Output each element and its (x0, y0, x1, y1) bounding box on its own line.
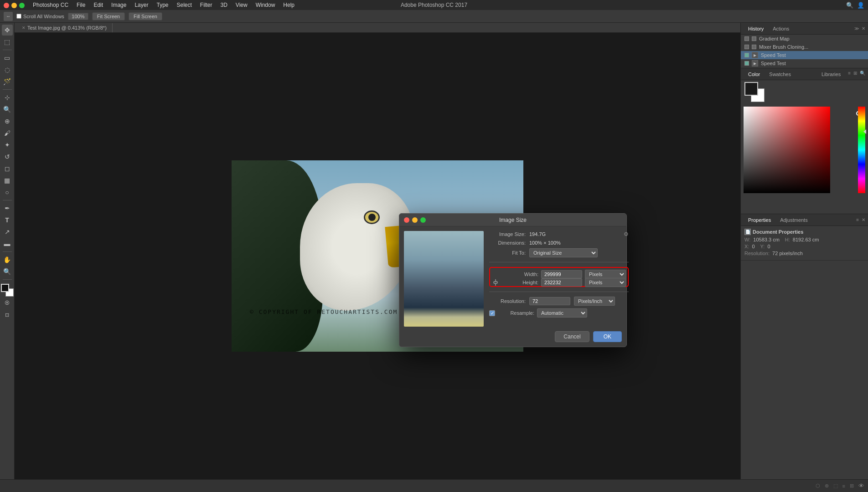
shape-tool[interactable]: ▬ (2, 238, 13, 249)
dialog-buttons: Cancel OK (399, 331, 626, 347)
width-dialog-input[interactable] (541, 270, 582, 278)
lasso-tool[interactable]: ◌ (2, 64, 13, 75)
document-tab[interactable]: ✕ Test Image.jpg @ 0.413% (RGB/8*) (16, 23, 113, 32)
dodge-tool[interactable]: ○ (2, 187, 13, 198)
user-icon[interactable]: 👤 (857, 2, 864, 9)
color-panel-tabs: Color Swatches Libraries ≡ ⊞ 🔍 (741, 68, 868, 80)
panel-close-icon[interactable]: ✕ (862, 26, 865, 31)
history-item[interactable]: ▶ Speed Test (741, 59, 868, 67)
ok-button[interactable]: OK (593, 331, 622, 342)
menu-edit[interactable]: Edit (90, 1, 107, 9)
resample-checkbox[interactable]: ✓ (489, 310, 495, 316)
history-brush-tool[interactable]: ↺ (2, 151, 13, 162)
hand-tool[interactable]: ✋ (2, 254, 13, 265)
dialog-zoom-btn[interactable] (420, 217, 426, 223)
marquee-tool[interactable]: ▭ (2, 52, 13, 63)
fit-screen-button[interactable]: Fit Screen (92, 12, 125, 20)
window-traffic-lights (4, 3, 25, 8)
tab-history[interactable]: History (744, 25, 768, 32)
foreground-background-color[interactable] (1, 284, 14, 297)
minimize-button[interactable] (11, 3, 17, 8)
history-folder-icon: ▶ (752, 60, 758, 67)
dialog-close-btn[interactable] (404, 217, 409, 223)
dialog-minimize-btn[interactable] (412, 217, 418, 223)
tab-bar: ✕ Test Image.jpg @ 0.413% (RGB/8*) (15, 23, 740, 33)
search-icon[interactable]: 🔍 (846, 2, 853, 9)
type-tool[interactable]: T (2, 215, 13, 226)
history-checkbox[interactable] (744, 36, 749, 41)
dimensions-label: Dimensions: (489, 240, 526, 246)
resolution-dialog-input[interactable] (529, 297, 570, 305)
healing-tool[interactable]: ⊕ (2, 116, 13, 127)
brush-tool[interactable]: 🖌 (2, 128, 13, 138)
settings-gear-icon[interactable]: ⚙ (624, 231, 629, 237)
doc-tab-close[interactable]: ✕ (22, 26, 26, 30)
menu-type[interactable]: Type (153, 1, 172, 9)
color-spectrum[interactable] (744, 107, 865, 198)
image-size-row: Image Size: 194.7G ⚙ (489, 231, 629, 237)
gradient-tool[interactable]: ▦ (2, 175, 13, 186)
quick-mask-tool[interactable]: ⦿ (2, 297, 13, 308)
artboard-tool[interactable]: ⬚ (2, 36, 13, 47)
resample-select[interactable]: Automatic (537, 308, 587, 318)
move-tool[interactable]: ✥ (2, 25, 13, 36)
height-unit-select[interactable]: Pixels (585, 278, 626, 287)
menu-filter[interactable]: Filter (196, 1, 216, 9)
fit-to-select[interactable]: Original Size (529, 248, 598, 257)
bottom-icon-5: ⊞ (850, 483, 854, 489)
properties-panel-menu[interactable]: ≡ (856, 217, 859, 222)
dimensions-row: Dimensions: 100% × 100% (489, 240, 629, 246)
tab-properties[interactable]: Properties (744, 216, 775, 224)
tab-adjustments[interactable]: Adjustments (775, 216, 812, 224)
fg-bg-color-selector[interactable] (744, 82, 765, 102)
panel-expand-icon[interactable]: ≫ (854, 26, 859, 31)
height-dialog-input[interactable] (541, 278, 582, 287)
history-checkbox[interactable] (744, 45, 749, 49)
resolution-unit-select[interactable]: Pixels/Inch (574, 297, 615, 306)
history-item[interactable]: Mixer Brush Cloning... (741, 43, 868, 51)
quick-select-tool[interactable]: 🪄 (2, 76, 13, 87)
tab-actions[interactable]: Actions (768, 25, 794, 32)
color-panel-icon1[interactable]: ≡ (848, 71, 851, 78)
color-panel-icon2[interactable]: ⊞ (853, 71, 857, 78)
menu-photoshop[interactable]: Photoshop CC (29, 1, 72, 9)
menu-3d[interactable]: 3D (217, 1, 231, 9)
maximize-button[interactable] (19, 3, 25, 8)
crop-tool[interactable]: ⊹ (2, 92, 13, 103)
zoom-input[interactable] (68, 13, 88, 20)
history-item-label: Mixer Brush Cloning... (759, 44, 808, 50)
width-unit-select[interactable]: Pixels (585, 270, 626, 279)
eraser-tool[interactable]: ◻ (2, 163, 13, 174)
menu-window[interactable]: Window (252, 1, 279, 9)
menu-view[interactable]: View (232, 1, 251, 9)
menu-file[interactable]: File (73, 1, 89, 9)
clone-tool[interactable]: ✦ (2, 139, 13, 150)
view-mode-icon[interactable]: 👁 (858, 482, 864, 489)
history-item-active[interactable]: ▶ Speed Test (741, 51, 868, 59)
menu-select[interactable]: Select (173, 1, 195, 9)
pen-tool[interactable]: ✒ (2, 203, 13, 214)
screen-mode[interactable]: ⊡ (2, 309, 13, 320)
libraries-title[interactable]: Libraries (817, 71, 845, 78)
history-checkbox[interactable] (744, 53, 749, 57)
menu-image[interactable]: Image (108, 1, 130, 9)
history-item[interactable]: Gradient Map (741, 35, 868, 43)
fg-color[interactable] (744, 82, 758, 96)
eyedropper-tool[interactable]: 🔍 (2, 104, 13, 115)
scroll-all-windows-checkbox[interactable]: Scroll All Windows (16, 14, 64, 19)
zoom-tool[interactable]: 🔍 (2, 266, 13, 277)
menu-layer[interactable]: Layer (131, 1, 152, 9)
tab-color[interactable]: Color (744, 71, 765, 78)
fill-screen-button[interactable]: Fill Screen (129, 12, 162, 20)
cancel-button[interactable]: Cancel (555, 331, 589, 342)
resolution-dialog-row: Resolution: Pixels/Inch (489, 297, 629, 306)
properties-panel-close[interactable]: ✕ (862, 217, 865, 222)
path-select-tool[interactable]: ↗ (2, 226, 13, 237)
tab-swatches[interactable]: Swatches (765, 71, 796, 78)
menu-help[interactable]: Help (279, 1, 298, 9)
history-checkbox[interactable] (744, 61, 749, 66)
color-search-icon[interactable]: 🔍 (860, 71, 865, 78)
close-button[interactable] (4, 3, 9, 8)
bottom-icon-2: ⊕ (825, 483, 829, 489)
hue-bar[interactable] (858, 107, 865, 193)
